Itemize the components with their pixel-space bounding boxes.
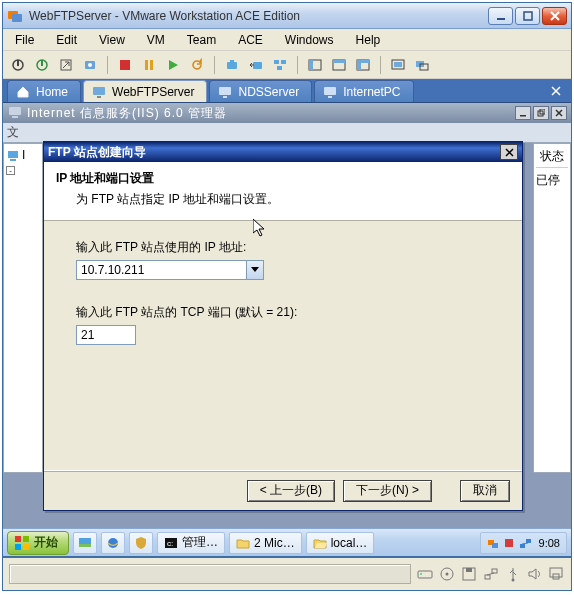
menu-edit[interactable]: Edit	[50, 31, 83, 49]
task-button[interactable]: local…	[306, 532, 375, 554]
tb-power-on-icon[interactable]	[31, 54, 53, 76]
tab-vm[interactable]: NDSServer	[209, 80, 312, 102]
tray-shield-icon	[503, 537, 515, 549]
svg-rect-39	[520, 115, 526, 117]
device-printer-icon[interactable]	[549, 566, 565, 582]
tb-pause-icon[interactable]	[138, 54, 160, 76]
iis-titlebar[interactable]: Internet 信息服务(IIS) 6.0 管理器	[3, 103, 571, 123]
iis-minimize-button[interactable]	[515, 106, 531, 120]
svg-rect-18	[281, 60, 286, 64]
quicklaunch-security[interactable]	[129, 532, 153, 554]
monitor-icon	[323, 85, 337, 99]
iis-menubar[interactable]: 文	[3, 123, 571, 143]
tb-snapshot-mgr-icon[interactable]	[79, 54, 101, 76]
svg-rect-33	[219, 87, 231, 95]
tab-home-label: Home	[36, 85, 68, 99]
port-input[interactable]	[76, 325, 136, 345]
dialog-close-button[interactable]	[500, 144, 518, 160]
dialog-title: FTP 站点创建向导	[48, 144, 500, 161]
svg-rect-15	[230, 60, 234, 63]
svg-rect-58	[418, 571, 432, 578]
tb-revert-icon[interactable]	[245, 54, 267, 76]
svg-rect-67	[550, 568, 562, 577]
tb-summary-icon[interactable]	[352, 54, 374, 76]
iis-tree-panel[interactable]: I -	[3, 143, 43, 473]
tb-snapshot-manager-icon[interactable]	[269, 54, 291, 76]
ip-combo[interactable]	[76, 260, 264, 280]
tree-collapse-icon[interactable]: -	[6, 166, 15, 175]
tab-home[interactable]: Home	[7, 80, 81, 102]
minimize-button[interactable]	[488, 7, 513, 25]
menu-help[interactable]: Help	[350, 31, 387, 49]
svg-rect-35	[324, 87, 336, 95]
maximize-button[interactable]	[515, 7, 540, 25]
cancel-button[interactable]: 取消	[460, 480, 510, 502]
guest-display: Internet 信息服务(IIS) 6.0 管理器 文 I - 状态 已停	[3, 103, 571, 556]
folder-open-icon	[313, 536, 327, 550]
quicklaunch-desktop[interactable]	[73, 532, 97, 554]
svg-rect-38	[12, 116, 18, 118]
svg-rect-13	[150, 60, 153, 70]
task-label: 2 Mic…	[254, 536, 295, 550]
close-button[interactable]	[542, 7, 567, 25]
menu-windows[interactable]: Windows	[279, 31, 340, 49]
next-button[interactable]: 下一步(N) >	[343, 480, 432, 502]
task-button[interactable]: c: 管理…	[157, 532, 225, 554]
tb-reset-icon[interactable]	[186, 54, 208, 76]
tb-sidebar-icon[interactable]	[304, 54, 326, 76]
svg-rect-5	[17, 60, 19, 66]
iis-app-icon	[7, 105, 23, 121]
device-cd-icon[interactable]	[439, 566, 455, 582]
task-label: local…	[331, 536, 368, 550]
svg-rect-21	[309, 60, 313, 70]
window-title: WebFTPServer - VMware Workstation ACE Ed…	[29, 9, 488, 23]
svg-point-50	[108, 538, 118, 548]
port-label: 输入此 FTP 站点的 TCP 端口 (默认 = 21):	[76, 304, 490, 321]
device-floppy-icon[interactable]	[461, 566, 477, 582]
show-desktop-icon	[78, 536, 92, 550]
close-tabs-button[interactable]	[547, 82, 565, 100]
back-button[interactable]: < 上一步(B)	[247, 480, 335, 502]
tb-play-icon[interactable]	[162, 54, 184, 76]
tab-vm[interactable]: InternetPC	[314, 80, 413, 102]
tb-unity-icon[interactable]	[411, 54, 433, 76]
ip-input[interactable]	[77, 261, 246, 279]
menu-ace[interactable]: ACE	[232, 31, 269, 49]
menu-view[interactable]: View	[93, 31, 131, 49]
menu-file[interactable]: File	[9, 31, 40, 49]
tb-stop-icon[interactable]	[114, 54, 136, 76]
svg-rect-31	[93, 87, 105, 95]
outer-titlebar[interactable]: WebFTPServer - VMware Workstation ACE Ed…	[3, 3, 571, 29]
svg-rect-63	[466, 568, 472, 572]
dialog-header: IP 地址和端口设置 为 FTP 站点指定 IP 地址和端口设置。	[44, 162, 522, 221]
device-sound-icon[interactable]	[527, 566, 543, 582]
quicklaunch-explorer[interactable]	[101, 532, 125, 554]
dialog-footer: < 上一步(B) 下一步(N) > 取消	[44, 470, 522, 510]
device-hdd-icon[interactable]	[417, 566, 433, 582]
tb-console-icon[interactable]	[328, 54, 350, 76]
dialog-titlebar[interactable]: FTP 站点创建向导	[44, 142, 522, 162]
svg-rect-64	[485, 575, 490, 579]
menu-vm[interactable]: VM	[141, 31, 171, 49]
tree-row[interactable]: -	[6, 166, 40, 175]
iis-close-button[interactable]	[551, 106, 567, 120]
svg-rect-56	[520, 544, 525, 548]
tree-row[interactable]: I	[6, 148, 40, 162]
tb-snapshot-icon[interactable]	[221, 54, 243, 76]
start-button[interactable]: 开始	[7, 531, 69, 555]
status-stopped: 已停	[536, 172, 568, 189]
device-usb-icon[interactable]	[505, 566, 521, 582]
system-tray[interactable]: 9:08	[480, 532, 567, 554]
host-statusbar	[2, 557, 572, 591]
status-header: 状态	[536, 146, 568, 168]
menu-team[interactable]: Team	[181, 31, 222, 49]
tab-vm[interactable]: WebFTPServer	[83, 80, 207, 102]
tb-fullscreen-icon[interactable]	[387, 54, 409, 76]
task-button[interactable]: 2 Mic…	[229, 532, 302, 554]
iis-restore-button[interactable]	[533, 106, 549, 120]
dropdown-button[interactable]	[246, 261, 263, 279]
device-network-icon[interactable]	[483, 566, 499, 582]
tb-shortcut-icon[interactable]	[55, 54, 77, 76]
tray-network-icon	[519, 537, 531, 549]
tb-power-off-icon[interactable]	[7, 54, 29, 76]
